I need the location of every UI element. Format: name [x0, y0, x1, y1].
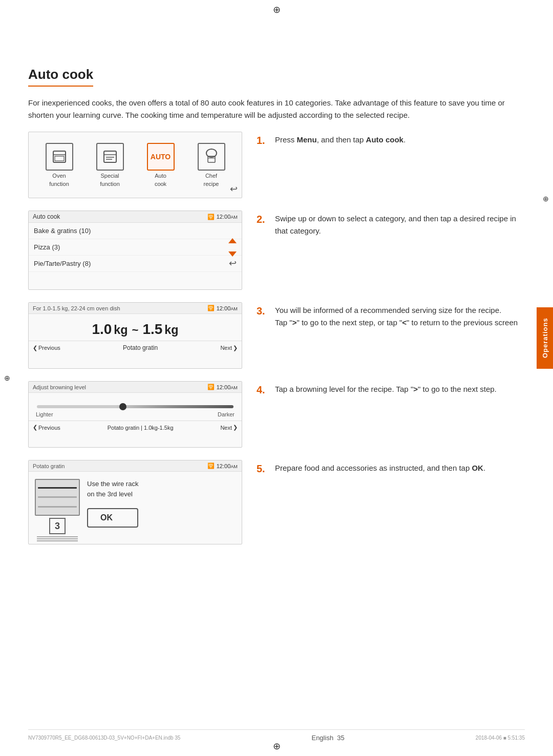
step3-image: For 1.0-1.5 kg, 22-24 cm oven dish 🛜 12:… [28, 302, 242, 376]
screen2-header: Auto cook 🛜 12:00AM [29, 211, 242, 223]
grill-lines [37, 536, 78, 541]
step1-num: 1. [257, 135, 271, 146]
instruction-line1: Use the wire rack [87, 480, 138, 488]
menu-icon-chef: Chef recipe [198, 143, 225, 187]
menu-icon-auto: AUTO Auto cook [147, 143, 175, 187]
weight-unit2: kg [164, 323, 178, 337]
weight-main: 1.0 [92, 321, 112, 338]
prev-label: Previous [38, 345, 60, 351]
screen5-wifi: 🛜 [207, 463, 215, 469]
step1-image: Oven function Special function [28, 132, 242, 205]
screen5-title: Potato gratin [33, 463, 65, 469]
step1-text: 1. Press Menu, and then tap Auto cook. [257, 132, 525, 205]
screen4-prev: ❮ Previous [33, 424, 60, 431]
special-label-1: Special [100, 173, 119, 179]
category-list: Bake & gratins (10) Pizza (3) Pie/Tarte/… [29, 223, 242, 272]
browning-labels: Lighter Darker [29, 411, 242, 417]
screen4-time: 🛜 12:00AM [207, 384, 238, 390]
footer-item: Potato gratin [123, 344, 158, 351]
footer-page-label: English [311, 734, 333, 742]
screen-browning: Adjust browning level 🛜 12:00AM Lighter … [28, 381, 242, 448]
screen4-time-val: 12:00AM [217, 384, 238, 390]
special-icon-box [96, 143, 124, 171]
instruction-line2: on the 3rd level [87, 490, 133, 498]
ok-button[interactable]: OK [87, 508, 138, 528]
chef-label-2: recipe [204, 181, 219, 187]
category-item-3: Pie/Tarte/Pastry (8) [29, 256, 242, 272]
category-item-1: Bake & gratins (10) [29, 223, 242, 239]
oven-label-2: function [49, 181, 69, 187]
screen4-wifi: 🛜 [207, 384, 215, 390]
oven-icon-box [46, 143, 73, 171]
step4-row: Adjust browning level 🛜 12:00AM Lighter … [28, 381, 525, 455]
next-label: Next [220, 345, 232, 351]
step1-item: 1. Press Menu, and then tap Auto cook. [257, 134, 525, 180]
step2-content: Swipe up or down to select a category, a… [275, 213, 525, 237]
intro-text: For inexperienced cooks, the oven offers… [28, 97, 525, 121]
svg-rect-3 [104, 151, 116, 162]
screen2-time-val: 12:00AM [217, 214, 238, 220]
screen-ok: Potato gratin 🛜 12:00AM [28, 460, 242, 544]
step3-row: For 1.0-1.5 kg, 22-24 cm oven dish 🛜 12:… [28, 302, 525, 376]
screen4-prev-label: Previous [38, 425, 60, 431]
oven-box [35, 479, 80, 516]
next-arrow: ❯ [233, 345, 238, 351]
chef-label-1: Chef [205, 173, 217, 179]
svg-rect-2 [55, 156, 64, 161]
screen-menu-icons: Oven function Special function [28, 132, 242, 198]
footer-date: 2018-04-06 ■ 5:51:35 [476, 735, 525, 741]
step1-row: Oven function Special function [28, 132, 525, 205]
footer-page-num: 35 [337, 734, 344, 742]
screen3-title: For 1.0-1.5 kg, 22-24 cm oven dish [33, 305, 120, 311]
oven-label-1: Oven [52, 173, 66, 179]
wifi-icon: 🛜 [207, 214, 215, 220]
weight-unit1: kg [114, 323, 127, 337]
chef-icon-box [198, 143, 225, 171]
browning-bar [37, 405, 233, 408]
screen3-time: 🛜 12:00AM [207, 305, 238, 311]
menu-icon-special: Special function [96, 143, 124, 187]
step5-content: Prepare food and accessories as instruct… [275, 462, 485, 474]
operations-tab: Operations [537, 307, 553, 369]
rack-shelf-3 [38, 506, 77, 508]
section-title: Auto cook [28, 67, 93, 87]
screen2-body: Bake & gratins (10) Pizza (3) Pie/Tarte/… [29, 223, 242, 272]
reg-mark-bottom: ⊕ [273, 741, 281, 752]
step5-row: Potato gratin 🛜 12:00AM [28, 460, 525, 552]
step3-num: 3. [257, 305, 271, 317]
weight-sep: ~ [132, 324, 139, 337]
screen5-time-val: 12:00AM [217, 463, 238, 469]
screen5-time: 🛜 12:00AM [207, 463, 238, 469]
step1-content: Press Menu, and then tap Auto cook. [275, 134, 406, 146]
special-label-2: function [100, 181, 120, 187]
weight-display: 1.0kg ~ 1.5kg [29, 314, 242, 341]
screen3-wifi: 🛜 [207, 305, 215, 311]
step5-num: 5. [257, 463, 271, 475]
rack-shelf-2 [38, 496, 77, 498]
screen2-title: Auto cook [33, 213, 60, 220]
step2-text: 2. Swipe up or down to select a category… [257, 211, 525, 297]
step4-text: 4. Tap a browning level for the recipe. … [257, 381, 525, 455]
step3-item: 3. You will be informed of a recommended… [257, 304, 525, 350]
step2-row: Auto cook 🛜 12:00AM Bake & gratins (10) … [28, 211, 525, 297]
menu-icon-oven: Oven function [46, 143, 73, 187]
next-btn: Next ❯ [220, 345, 238, 351]
screen4-next-arrow: ❯ [233, 424, 238, 431]
screen3-time-val: 12:00AM [217, 305, 238, 311]
screen2-back: ↩ [229, 258, 237, 269]
step5-image: Potato gratin 🛜 12:00AM [28, 460, 242, 552]
footer-filename: NV7309770R5_EE_DG68-00613D-03_5V+NO+FI+D… [28, 735, 180, 741]
screen4-next: Next ❯ [220, 424, 238, 431]
screen2-time: 🛜 12:00AM [207, 214, 238, 220]
screen3-header: For 1.0-1.5 kg, 22-24 cm oven dish 🛜 12:… [29, 303, 242, 314]
screen-category-list: Auto cook 🛜 12:00AM Bake & gratins (10) … [28, 211, 242, 290]
screen3-footer: ❮ Previous Potato gratin Next ❯ [29, 341, 242, 354]
screen4-prev-arrow: ❮ [33, 424, 37, 431]
screen-weight: For 1.0-1.5 kg, 22-24 cm oven dish 🛜 12:… [28, 302, 242, 369]
main-content: Auto cook For inexperienced cooks, the o… [28, 67, 525, 557]
auto-label-1: Auto [155, 173, 166, 179]
step3-text: 3. You will be informed of a recommended… [257, 302, 525, 376]
prev-arrow: ❮ [33, 345, 37, 351]
prev-btn: ❮ Previous [33, 345, 60, 351]
step4-num: 4. [257, 384, 271, 396]
